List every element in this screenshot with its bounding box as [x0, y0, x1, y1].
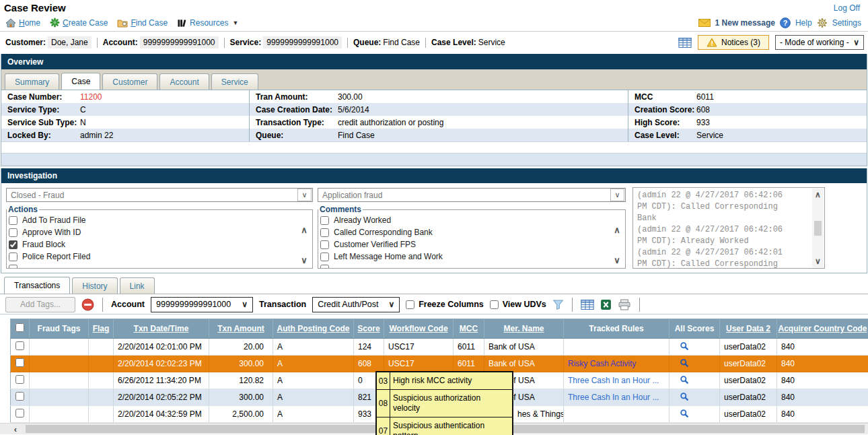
comment-item[interactable]: Called Corresponding Bank [318, 226, 625, 238]
filter-funnel-icon[interactable] [552, 300, 564, 310]
table-row-selected[interactable]: 2/20/2014 02:02:23 PM 300.00 A 608 USC17… [11, 356, 868, 372]
action-checkbox[interactable] [9, 253, 17, 261]
scroll-up-icon[interactable]: ∧ [301, 225, 308, 235]
col-txn-amount[interactable]: Txn Amount [209, 319, 273, 339]
customer-value[interactable]: Doe, Jane [48, 36, 92, 48]
tab-summary[interactable]: Summary [5, 73, 59, 90]
transaction-select[interactable]: Credit Auth/Post ∨ [312, 297, 400, 312]
actions-scrollbar[interactable]: ∧ ∨ [299, 225, 310, 265]
all-scores-magnifier-icon[interactable] [680, 409, 689, 420]
grid-view-icon[interactable] [678, 38, 692, 48]
account-select-label: Account [111, 300, 145, 309]
investigation-panel: Investigation Closed - Fraud ∨ Applicati… [1, 168, 867, 273]
nav-home[interactable]: Home [5, 18, 40, 28]
high-score-label: High Score: [635, 118, 696, 127]
log-scrollbar[interactable]: ∧ ∨ [812, 189, 824, 267]
print-icon[interactable] [618, 299, 631, 310]
comment-item-partial[interactable] [318, 263, 625, 269]
freeze-columns-checkbox[interactable] [406, 300, 414, 309]
account-value[interactable]: 9999999999991000 [140, 36, 219, 48]
log-off-link[interactable]: Log Off [834, 3, 860, 13]
view-udvs-checkbox[interactable] [490, 300, 499, 309]
account-select[interactable]: 9999999999991000 ∨ [151, 297, 253, 312]
tab-service[interactable]: Service [211, 73, 258, 90]
settings-gear-icon[interactable] [817, 18, 828, 28]
row-checkbox[interactable] [15, 409, 24, 417]
all-scores-magnifier-icon[interactable] [680, 392, 689, 403]
fraud-type-select[interactable]: Application fraud ∨ [318, 188, 626, 202]
settings-link[interactable]: Settings [832, 18, 861, 28]
comment-checkbox[interactable] [320, 240, 329, 249]
all-scores-magnifier-icon[interactable] [680, 375, 689, 387]
action-item-partial[interactable] [7, 263, 312, 269]
tab-case[interactable]: Case [61, 73, 100, 90]
action-item[interactable]: Approve With ID [7, 226, 312, 238]
tab-account[interactable]: Account [159, 73, 209, 90]
freeze-columns-checkbox-group[interactable]: Freeze Columns [406, 300, 484, 309]
col-workflow-code[interactable]: Workflow Code [384, 319, 454, 339]
comment-item[interactable]: Left Message Home and Work [318, 250, 625, 263]
col-mer-name[interactable]: Mer. Name [484, 319, 564, 339]
select-all-checkbox[interactable] [15, 323, 24, 332]
tab-customer[interactable]: Customer [102, 73, 157, 90]
nav-create-case[interactable]: Create Case [50, 18, 108, 28]
service-value[interactable]: 9999999999991000 [263, 36, 342, 48]
nav-find-case[interactable]: Find Case [117, 18, 168, 28]
row-checkbox[interactable] [15, 375, 24, 384]
notices-button[interactable]: Notices (3) [698, 35, 769, 50]
row-checkbox[interactable] [15, 341, 24, 350]
action-checkbox[interactable] [9, 240, 17, 249]
col-acquirer-country-code[interactable]: Acquirer Country Code [777, 319, 868, 339]
col-txn-datetime[interactable]: Txn Date/Time [114, 319, 209, 339]
row-checkbox[interactable] [15, 392, 24, 401]
add-tags-button[interactable]: Add Tags... [5, 297, 75, 312]
col-user-data-2[interactable]: User Data 2 [720, 319, 777, 339]
scroll-down-icon[interactable]: ∨ [614, 255, 620, 265]
tracked-rule-link[interactable]: Risky Cash Activity [568, 359, 636, 368]
chevron-down-icon[interactable]: ∨ [610, 189, 624, 201]
comment-checkbox[interactable] [320, 216, 329, 225]
view-udvs-checkbox-group[interactable]: View UDVs [490, 300, 546, 309]
tab-history[interactable]: History [72, 277, 117, 294]
chevron-down-icon[interactable]: ∨ [297, 189, 312, 201]
scroll-up-icon[interactable]: ∧ [614, 225, 620, 235]
row-checkbox[interactable] [15, 358, 24, 367]
export-excel-icon[interactable] [600, 299, 612, 310]
tab-transactions[interactable]: Transactions [4, 277, 70, 294]
action-checkbox[interactable] [9, 216, 17, 225]
scroll-left-icon[interactable]: ‹ [7, 424, 24, 434]
nav-resources[interactable]: Resources ▼ [177, 18, 238, 28]
col-mcc[interactable]: MCC [454, 319, 484, 339]
scroll-up-icon[interactable]: ∧ [815, 190, 821, 199]
action-checkbox[interactable] [9, 228, 17, 237]
mode-of-working-select[interactable]: - Mode of working - ∨ [775, 35, 864, 50]
help-link[interactable]: Help [795, 18, 812, 28]
col-flag[interactable]: Flag [89, 319, 114, 339]
comment-checkbox[interactable] [320, 253, 329, 261]
scrollbar-thumb[interactable] [814, 221, 822, 236]
col-auth-posting-code[interactable]: Auth Posting Code [273, 319, 354, 339]
action-item[interactable]: Police Report Filed [7, 250, 312, 263]
new-message-link[interactable]: 1 New message [715, 18, 775, 28]
remove-tag-icon[interactable] [81, 298, 94, 311]
action-item[interactable]: Add To Fraud File [7, 214, 312, 226]
tab-link[interactable]: Link [120, 277, 155, 294]
all-scores-magnifier-icon[interactable] [680, 358, 689, 370]
case-status-value: Closed - Fraud [11, 191, 64, 200]
all-scores-magnifier-icon[interactable] [680, 341, 689, 353]
action-item[interactable]: Fraud Block [7, 238, 312, 250]
comment-item[interactable]: Customer Verified FPS [318, 238, 625, 250]
scroll-down-icon[interactable]: ∨ [301, 255, 308, 265]
comments-scrollbar[interactable]: ∧ ∨ [612, 225, 622, 265]
scroll-down-icon[interactable]: ∨ [815, 257, 821, 266]
case-status-select[interactable]: Closed - Fraud ∨ [6, 188, 313, 202]
tracked-rule-link[interactable]: Three Cash In an Hour ... [568, 376, 659, 385]
help-icon[interactable]: ? [780, 18, 791, 28]
tracked-rule-link[interactable]: Three Cash In an Hour ... [568, 393, 659, 402]
table-row[interactable]: 2/20/2014 02:01:00 PM 20.00 A 124 USC17 … [11, 339, 868, 356]
comment-checkbox[interactable] [320, 228, 329, 237]
comment-item[interactable]: Already Worked [318, 214, 625, 226]
grid-icon[interactable] [581, 300, 594, 310]
investigation-log[interactable]: (admin 22 @ 4/27/2017 06:42:06 PM CDT): … [632, 187, 825, 269]
col-score[interactable]: Score [354, 319, 384, 339]
